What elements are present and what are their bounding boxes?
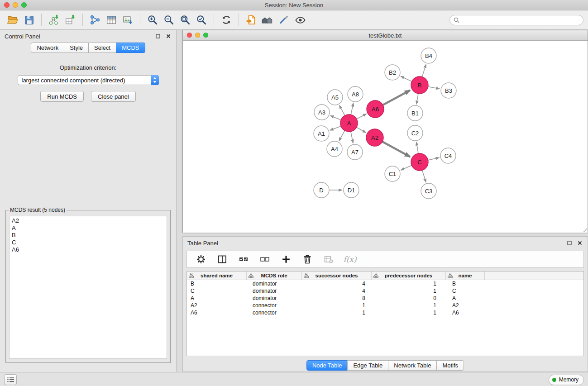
- edge-B-B4: [422, 64, 426, 77]
- memory-button[interactable]: Memory: [549, 375, 584, 385]
- zoom-window-button[interactable]: [21, 2, 27, 8]
- import-table-file-button[interactable]: [62, 13, 78, 27]
- node-label-A4: A4: [331, 146, 338, 152]
- zoom-fit-button[interactable]: [177, 13, 193, 27]
- tab-select[interactable]: Select: [88, 43, 116, 53]
- float-table-panel-button[interactable]: [566, 240, 573, 246]
- gear-icon: [196, 254, 206, 265]
- task-history-button[interactable]: [4, 374, 17, 385]
- tab-mcds[interactable]: MCDS: [116, 43, 145, 53]
- zoom-in-button[interactable]: [144, 13, 161, 27]
- zoom-network-button[interactable]: [203, 33, 208, 38]
- mcds-result-title: MCDS result (5 nodes): [9, 207, 67, 213]
- chevron-up-down-icon: [153, 76, 157, 84]
- show-hide-panel-button[interactable]: [292, 13, 308, 27]
- apply-style-button[interactable]: [276, 13, 292, 27]
- open-session-button[interactable]: [5, 13, 21, 27]
- network-window-titlebar: testGlobe.txt: [183, 30, 588, 41]
- column-header-name[interactable]: name: [446, 272, 485, 280]
- refresh-button[interactable]: [218, 13, 234, 27]
- close-panel-button[interactable]: [165, 33, 172, 39]
- tab-motifs[interactable]: Motifs: [436, 360, 464, 371]
- mcds-result-item[interactable]: A: [12, 224, 164, 232]
- mcds-result-item[interactable]: C: [12, 239, 164, 246]
- node-label-A1: A1: [318, 130, 325, 137]
- mcds-result-item[interactable]: A6: [12, 246, 164, 253]
- resize-grip-icon[interactable]: [582, 227, 587, 232]
- tab-style[interactable]: Style: [64, 43, 89, 53]
- close-window-button[interactable]: [4, 2, 10, 8]
- floppy-disk-icon: [24, 14, 35, 26]
- save-session-button[interactable]: [21, 13, 37, 27]
- table-cell: 4: [302, 281, 372, 287]
- edge-A-A4: [339, 131, 345, 141]
- plus-icon: [281, 254, 291, 264]
- zoom-selected-button[interactable]: [193, 13, 210, 27]
- table-tabs: Node TableEdge TableNetwork TableMotifs: [183, 360, 588, 371]
- delete-table-button[interactable]: [323, 253, 335, 265]
- optimization-criterion-dropdown[interactable]: largest connected component (directed): [18, 75, 159, 85]
- table-cell: A: [446, 295, 485, 301]
- table-cell: dominator: [247, 281, 302, 287]
- minimize-window-button[interactable]: [13, 2, 18, 8]
- close-network-button[interactable]: [187, 33, 192, 38]
- table-cell: 8: [302, 295, 372, 301]
- home-button[interactable]: [259, 13, 276, 27]
- delete-column-button[interactable]: [301, 253, 313, 265]
- node-label-C4: C4: [445, 152, 452, 159]
- column-header-MCDS-role[interactable]: MCDS role: [247, 272, 302, 280]
- open-document-button[interactable]: [243, 13, 259, 27]
- table-row[interactable]: A2connector11A2: [187, 302, 583, 309]
- column-header-predecessor-nodes[interactable]: predecessor nodes: [372, 272, 446, 280]
- network-canvas[interactable]: B4B2BB3A5A8A6B1A3AC2A1A2A4A7C4CC1C3DD1: [183, 41, 588, 233]
- table-cell: dominator: [247, 288, 302, 294]
- table-row[interactable]: Cdominator41C: [187, 287, 583, 295]
- table-cell: connector: [247, 310, 302, 316]
- tab-network-table[interactable]: Network Table: [388, 360, 437, 371]
- network-window-title: testGlobe.txt: [369, 32, 402, 39]
- edge-A-A2: [357, 127, 366, 133]
- mcds-result-item[interactable]: B: [12, 232, 164, 239]
- deselect-all-button[interactable]: [259, 253, 271, 265]
- table-cell: A2: [446, 302, 485, 309]
- select-all-button[interactable]: [238, 253, 249, 265]
- network-view-window: testGlobe.txt B4B2BB3A5A8A6B1A3AC2A1A2A4…: [182, 30, 588, 233]
- tab-node-table[interactable]: Node Table: [306, 360, 348, 371]
- export-image-button[interactable]: [120, 13, 136, 27]
- column-header-shared-name[interactable]: shared name: [187, 272, 247, 280]
- search-input[interactable]: [462, 16, 579, 24]
- minimize-network-button[interactable]: [195, 33, 200, 38]
- zoom-out-button[interactable]: [161, 13, 177, 27]
- edge-A6-B: [383, 90, 410, 105]
- new-table-button[interactable]: [103, 13, 120, 27]
- table-row[interactable]: A6connector11A6: [187, 309, 583, 316]
- tab-edge-table[interactable]: Edge Table: [347, 360, 388, 371]
- column-header-successor-nodes[interactable]: successor nodes: [302, 272, 372, 280]
- add-column-button[interactable]: [280, 253, 292, 265]
- control-panel-title: Control Panel: [5, 33, 40, 40]
- run-mcds-button[interactable]: Run MCDS: [40, 91, 84, 102]
- mcds-result-item[interactable]: A2: [12, 217, 164, 224]
- table-settings-button[interactable]: [195, 253, 207, 265]
- mcds-result-list[interactable]: A2ABCA6: [9, 216, 167, 359]
- column-header-label: successor nodes: [316, 273, 358, 278]
- node-label-A8: A8: [352, 91, 359, 98]
- tab-network[interactable]: Network: [31, 43, 64, 53]
- table-cell: 4: [302, 288, 372, 294]
- window-titlebar: Session: New Session: [0, 0, 588, 10]
- import-network-button[interactable]: [87, 13, 103, 27]
- import-network-file-button[interactable]: [46, 13, 62, 27]
- table-row[interactable]: Adominator80A: [187, 295, 583, 302]
- columns-icon: [217, 254, 228, 265]
- control-panel-tabs: NetworkStyleSelectMCDS: [0, 43, 176, 53]
- table-row[interactable]: Bdominator41B: [187, 280, 583, 287]
- table-cell: 0: [372, 295, 446, 301]
- edge-B-B2: [401, 76, 412, 81]
- float-panel-button[interactable]: [155, 33, 161, 39]
- close-panel-button-secondary[interactable]: Close panel: [91, 91, 136, 102]
- function-builder-button[interactable]: f(x): [344, 253, 356, 265]
- search-field[interactable]: [449, 15, 583, 25]
- brush-icon: [278, 14, 290, 26]
- close-table-panel-button[interactable]: [577, 240, 583, 246]
- show-column-button[interactable]: [216, 253, 228, 265]
